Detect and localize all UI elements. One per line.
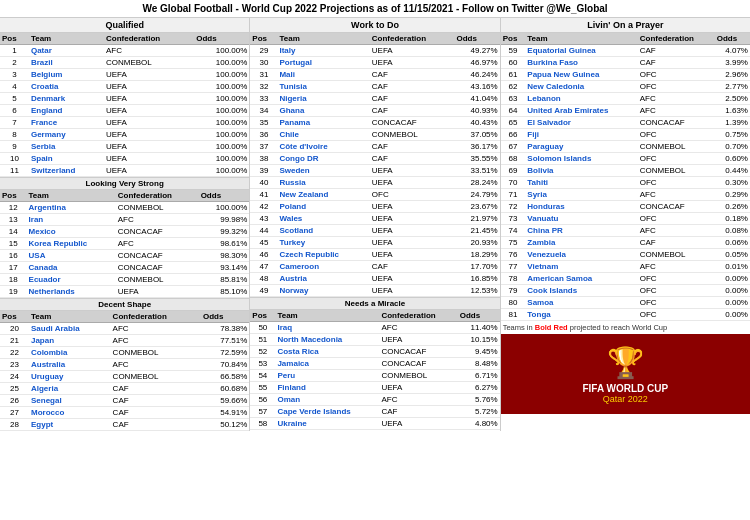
team-cell: Wales <box>277 213 369 225</box>
team-cell: Belgium <box>29 69 104 81</box>
team-cell: Egypt <box>29 419 111 431</box>
conf-cell: UEFA <box>104 141 194 153</box>
odds-cell: 99.32% <box>199 226 250 238</box>
team-cell: Equatorial Guinea <box>525 45 637 57</box>
pos-cell: 19 <box>0 286 27 298</box>
team-cell: Qatar <box>29 45 104 57</box>
conf-cell: UEFA <box>379 334 457 346</box>
conf-cell: CONCACAF <box>370 117 455 129</box>
odds-cell: 33.51% <box>454 165 499 177</box>
table-row: 76VenezuelaCONMEBOL0.05% <box>501 249 750 261</box>
looking-strong-header: Looking Very Strong <box>0 177 249 190</box>
table-row: 35PanamaCONCACAF40.43% <box>250 117 499 129</box>
conf-cell: OFC <box>638 153 715 165</box>
conf-cell: UEFA <box>379 382 457 394</box>
table-row: 26SenegalCAF59.66% <box>0 395 249 407</box>
pos-cell: 81 <box>501 309 526 321</box>
conf-cell: UEFA <box>370 225 455 237</box>
odds-cell: 100.00% <box>194 153 249 165</box>
conf-cell: CONMEBOL <box>638 249 715 261</box>
table-row: 18EcuadorCONMEBOL85.81% <box>0 274 249 286</box>
team-cell: Czech Republic <box>277 249 369 261</box>
team-cell: Iran <box>27 214 116 226</box>
conf-cell: UEFA <box>104 93 194 105</box>
team-cell: England <box>29 105 104 117</box>
conf-cell: CAF <box>379 406 457 418</box>
pos-cell: 12 <box>0 202 27 214</box>
table-row: 11SwitzerlandUEFA100.00% <box>0 165 249 177</box>
pos-cell: 6 <box>0 105 29 117</box>
conf-cell: CAF <box>638 237 715 249</box>
col-pos: Pos <box>250 310 275 322</box>
conf-cell: OFC <box>638 285 715 297</box>
team-cell: Samoa <box>525 297 637 309</box>
odds-cell: 59.66% <box>201 395 249 407</box>
odds-cell: 100.00% <box>194 165 249 177</box>
table-row: 54PeruCONMEBOL6.71% <box>250 370 499 382</box>
team-cell: Iraq <box>275 322 379 334</box>
team-cell: Vanuatu <box>525 213 637 225</box>
team-cell: Jamaica <box>275 358 379 370</box>
conf-cell: CONCACAF <box>379 358 457 370</box>
pos-cell: 54 <box>250 370 275 382</box>
pos-cell: 32 <box>250 81 277 93</box>
table-row: 6EnglandUEFA100.00% <box>0 105 249 117</box>
conf-cell: AFC <box>111 359 201 371</box>
odds-cell: 100.00% <box>194 141 249 153</box>
team-cell: Japan <box>29 335 111 347</box>
pos-cell: 75 <box>501 237 526 249</box>
team-cell: Paraguay <box>525 141 637 153</box>
conf-cell: UEFA <box>370 201 455 213</box>
table-row: 13IranAFC99.98% <box>0 214 249 226</box>
table-row: 55FinlandUEFA6.27% <box>250 382 499 394</box>
team-cell: Congo DR <box>277 153 369 165</box>
pos-cell: 28 <box>0 419 29 431</box>
pos-cell: 4 <box>0 81 29 93</box>
table-row: 27MoroccoCAF54.91% <box>0 407 249 419</box>
pos-cell: 15 <box>0 238 27 250</box>
team-cell: Germany <box>29 129 104 141</box>
table-row: 63LebanonAFC2.50% <box>501 93 750 105</box>
odds-cell: 1.63% <box>715 105 750 117</box>
odds-cell: 5.76% <box>458 394 500 406</box>
pos-cell: 34 <box>250 105 277 117</box>
odds-cell: 98.61% <box>199 238 250 250</box>
pos-cell: 62 <box>501 81 526 93</box>
odds-cell: 0.00% <box>715 309 750 321</box>
pos-cell: 46 <box>250 249 277 261</box>
col-conf: Confederation <box>638 33 715 45</box>
team-cell: Ecuador <box>27 274 116 286</box>
table-row: 31MaliCAF46.24% <box>250 69 499 81</box>
conf-cell: CONCACAF <box>638 117 715 129</box>
col-odds: Odds <box>201 311 249 323</box>
table-row: 71SyriaAFC0.29% <box>501 189 750 201</box>
conf-cell: UEFA <box>370 249 455 261</box>
team-cell: Russia <box>277 177 369 189</box>
qualified-section: Qualified Pos Team Confederation Odds 1Q… <box>0 18 250 431</box>
team-cell: Oman <box>275 394 379 406</box>
odds-cell: 2.96% <box>715 69 750 81</box>
table-row: 51North MacedoniaUEFA10.15% <box>250 334 499 346</box>
team-cell: Netherlands <box>27 286 116 298</box>
odds-cell: 46.24% <box>454 69 499 81</box>
odds-cell: 100.00% <box>194 117 249 129</box>
odds-cell: 70.84% <box>201 359 249 371</box>
table-row: 77VietnamAFC0.01% <box>501 261 750 273</box>
table-row: 30PortugalUEFA46.97% <box>250 57 499 69</box>
team-cell: Mexico <box>27 226 116 238</box>
conf-cell: CAF <box>370 261 455 273</box>
odds-cell: 0.26% <box>715 201 750 213</box>
col-team: Team <box>29 33 104 45</box>
col-odds: Odds <box>715 33 750 45</box>
pos-cell: 63 <box>501 93 526 105</box>
team-cell: Turkey <box>277 237 369 249</box>
pos-cell: 38 <box>250 153 277 165</box>
odds-cell: 0.08% <box>715 225 750 237</box>
col-conf: Confederation <box>379 310 457 322</box>
conf-cell: CONCACAF <box>638 201 715 213</box>
table-row: 28EgyptCAF50.12% <box>0 419 249 431</box>
team-cell: Zambia <box>525 237 637 249</box>
conf-cell: CONMEBOL <box>379 370 457 382</box>
pos-cell: 8 <box>0 129 29 141</box>
odds-cell: 4.80% <box>458 418 500 430</box>
